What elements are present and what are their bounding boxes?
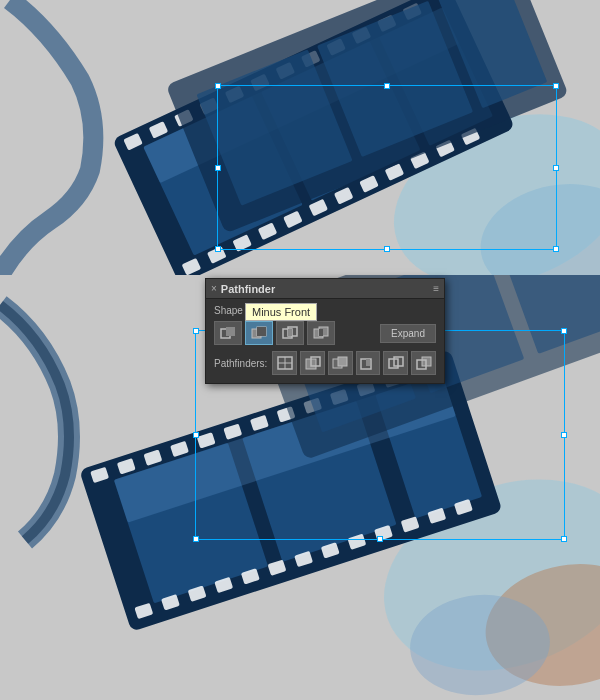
- minus-front-btn-wrap: Minus Front: [245, 321, 273, 345]
- trim-button[interactable]: [300, 351, 325, 375]
- panel-titlebar: × Pathfinder ≡: [206, 279, 444, 299]
- pathfinder-panel: × Pathfinder ≡ Shape Modes: Minus Front: [205, 278, 445, 384]
- panel-body: Shape Modes: Minus Front: [206, 299, 444, 383]
- svg-rect-54: [366, 359, 370, 366]
- svg-rect-45: [319, 329, 323, 336]
- selection-box-top: [217, 85, 557, 250]
- expand-button[interactable]: Expand: [380, 324, 436, 343]
- svg-rect-39: [257, 327, 266, 336]
- panel-close-button[interactable]: ×: [211, 283, 217, 294]
- svg-rect-42: [288, 329, 292, 336]
- intersect-btn-wrap: [276, 321, 304, 345]
- svg-rect-36: [226, 327, 235, 336]
- merge-button[interactable]: [328, 351, 353, 375]
- divide-button[interactable]: [272, 351, 297, 375]
- unite-button[interactable]: [214, 321, 242, 345]
- minus-back-button[interactable]: [411, 351, 436, 375]
- minus-front-button[interactable]: [245, 321, 273, 345]
- canvas-top: [0, 0, 600, 275]
- exclude-btn-wrap: [307, 321, 335, 345]
- shape-modes-label: Shape Modes:: [214, 305, 436, 316]
- pathfinders-label: Pathfinders:: [214, 358, 267, 369]
- unite-btn-wrap: [214, 321, 242, 345]
- intersect-button[interactable]: [276, 321, 304, 345]
- pathfinders-row: Pathfinders:: [214, 351, 436, 375]
- svg-rect-52: [338, 357, 347, 366]
- panel-menu-icon[interactable]: ≡: [433, 283, 439, 294]
- exclude-button[interactable]: [307, 321, 335, 345]
- outline-button[interactable]: [383, 351, 408, 375]
- shape-modes-row: Minus Front Expand: [214, 321, 436, 345]
- panel-title: Pathfinder: [221, 283, 275, 295]
- crop-button[interactable]: [356, 351, 381, 375]
